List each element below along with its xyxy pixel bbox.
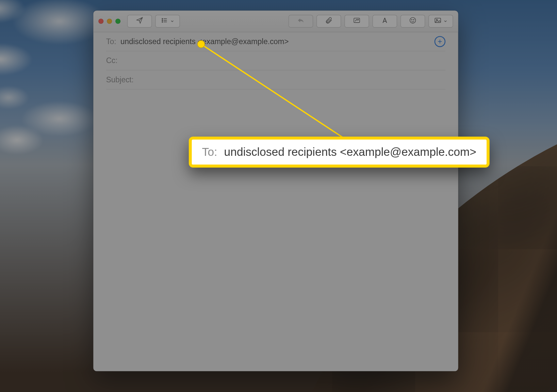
- reply-button[interactable]: [288, 15, 313, 27]
- subject-label: Subject:: [106, 75, 134, 84]
- zoom-window-button[interactable]: [115, 19, 121, 24]
- plus-circle-icon: +: [438, 38, 442, 45]
- to-field-row[interactable]: To: undisclosed recipients <example@exam…: [106, 32, 446, 51]
- svg-point-9: [412, 19, 412, 20]
- attach-button[interactable]: [317, 15, 341, 27]
- paperclip-icon: [325, 17, 333, 26]
- markup-icon: [353, 17, 360, 26]
- titlebar: [93, 10, 458, 32]
- callout-to-label: To:: [202, 145, 217, 158]
- close-window-button[interactable]: [98, 19, 104, 24]
- to-value[interactable]: undisclosed recipients <example@example.…: [121, 37, 434, 46]
- svg-point-0: [162, 18, 163, 19]
- emoji-icon: [409, 17, 417, 26]
- markup-button[interactable]: [344, 15, 369, 27]
- cc-label: Cc:: [106, 56, 118, 65]
- send-icon: [136, 17, 143, 26]
- svg-rect-6: [354, 18, 360, 23]
- media-browser-button[interactable]: [429, 15, 453, 27]
- svg-point-10: [413, 19, 414, 20]
- photo-icon: [434, 17, 441, 26]
- format-icon: [381, 17, 388, 26]
- list-icon: [161, 17, 168, 26]
- message-body[interactable]: [93, 90, 458, 371]
- callout-to-value: undisclosed recipients <example@example.…: [224, 145, 476, 158]
- window-controls: [98, 19, 121, 24]
- add-recipient-button[interactable]: +: [434, 36, 446, 47]
- header-fields-button[interactable]: [155, 15, 180, 27]
- chevron-down-icon: [442, 17, 448, 25]
- compose-header-fields: To: undisclosed recipients <example@exam…: [93, 32, 458, 90]
- callout-highlight: To: undisclosed recipients <example@exam…: [189, 137, 489, 168]
- svg-point-2: [162, 22, 163, 22]
- cc-field-row[interactable]: Cc:: [106, 51, 446, 70]
- subject-field-row[interactable]: Subject:: [106, 71, 446, 90]
- minimize-window-button[interactable]: [107, 19, 112, 24]
- to-label: To:: [106, 37, 116, 46]
- svg-point-8: [410, 18, 416, 24]
- reply-icon: [297, 17, 304, 26]
- chevron-down-icon: [169, 17, 174, 25]
- svg-point-1: [162, 20, 163, 21]
- svg-point-7: [358, 19, 359, 20]
- mail-compose-window: To: undisclosed recipients <example@exam…: [93, 10, 458, 371]
- emoji-button[interactable]: [401, 15, 425, 27]
- format-button[interactable]: [372, 15, 397, 27]
- send-button[interactable]: [127, 15, 152, 27]
